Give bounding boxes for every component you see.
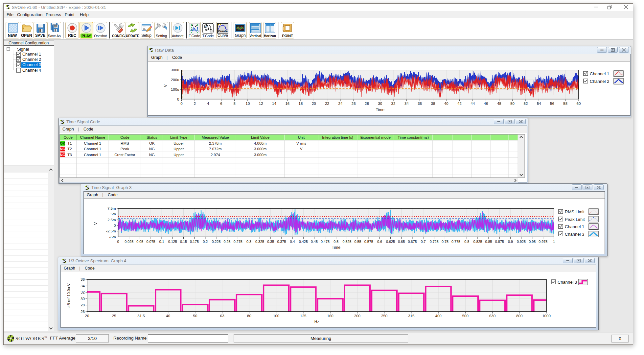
svg-text:Create: Create bbox=[218, 29, 228, 33]
